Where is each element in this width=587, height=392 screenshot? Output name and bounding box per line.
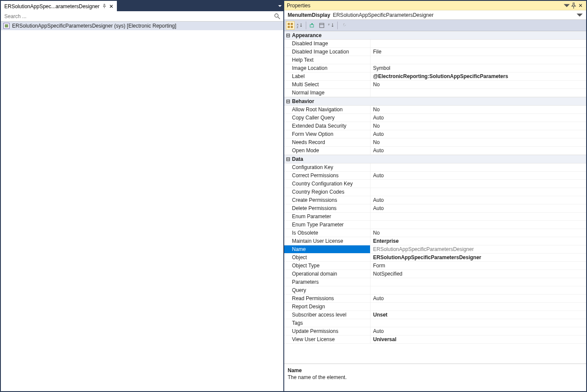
tree-root-item[interactable]: ERSolutionAppSpecificParametersDesigner … — [1, 22, 283, 30]
property-grid[interactable]: ⊟AppearanceDisabled ImageDisabled Image … — [284, 31, 586, 364]
property-value[interactable]: Universal — [370, 336, 586, 343]
property-value[interactable]: ERSolutionAppSpecificParametersDesigner — [370, 245, 586, 253]
property-row[interactable]: Delete PermissionsAuto — [284, 204, 586, 213]
property-row[interactable]: Country Region Codes — [284, 188, 586, 196]
category-header[interactable]: ⊟Appearance — [284, 31, 586, 40]
property-row[interactable]: Enum Parameter — [284, 213, 586, 221]
property-row[interactable]: Is ObsoleteNo — [284, 229, 586, 237]
property-row[interactable]: Copy Caller QueryAuto — [284, 114, 586, 122]
property-value[interactable]: File — [370, 48, 586, 56]
property-row[interactable]: Disabled Image — [284, 40, 586, 48]
property-row[interactable]: Create PermissionsAuto — [284, 196, 586, 204]
property-row[interactable]: Enum Type Parameter — [284, 221, 586, 229]
svg-rect-10 — [311, 23, 313, 25]
property-value[interactable]: Form — [370, 262, 586, 270]
property-value[interactable] — [370, 56, 586, 64]
category-header[interactable]: ⊟Behavior — [284, 97, 586, 106]
autohide-pin-icon[interactable] — [571, 3, 577, 9]
property-value[interactable] — [370, 213, 586, 220]
search-icon[interactable] — [274, 13, 281, 20]
property-value[interactable] — [370, 303, 586, 310]
category-header[interactable]: ⊟Data — [284, 155, 586, 163]
tab-designer[interactable]: ERSolutionAppSpec...arametersDesigner ✕ — [1, 1, 117, 11]
property-row[interactable]: Disabled Image LocationFile — [284, 48, 586, 56]
property-row[interactable]: Country Configuration Key — [284, 180, 586, 188]
events-button[interactable]: F — [327, 21, 336, 30]
property-value[interactable]: Unset — [370, 311, 586, 319]
property-row[interactable]: NameERSolutionAppSpecificParametersDesig… — [284, 245, 586, 254]
property-row[interactable]: Parameters — [284, 278, 586, 286]
close-properties-icon[interactable]: ✕ — [578, 3, 584, 9]
property-row[interactable]: Report Design — [284, 303, 586, 311]
property-row[interactable]: Normal Image — [284, 89, 586, 97]
property-value[interactable] — [370, 180, 586, 188]
wrench-button[interactable] — [339, 21, 348, 30]
property-row[interactable]: View User LicenseUniversal — [284, 336, 586, 344]
collapse-icon[interactable]: ⊟ — [284, 156, 292, 162]
property-value[interactable]: No — [370, 138, 586, 146]
pin-icon[interactable] — [102, 3, 107, 9]
property-value[interactable] — [370, 319, 586, 327]
property-name: Tags — [284, 319, 370, 327]
property-value[interactable]: Auto — [370, 295, 586, 302]
property-value[interactable] — [370, 163, 586, 171]
property-value[interactable]: ERSolutionAppSpecificParametersDesigner — [370, 254, 586, 261]
property-pages-button[interactable] — [317, 21, 326, 30]
property-value[interactable]: NotSpecified — [370, 270, 586, 278]
property-value[interactable] — [370, 40, 586, 47]
property-row[interactable]: Query — [284, 286, 586, 295]
property-row[interactable]: Extended Data SecurityNo — [284, 122, 586, 130]
property-row[interactable]: Open ModeAuto — [284, 147, 586, 155]
search-input[interactable] — [3, 13, 274, 20]
property-value[interactable]: Auto — [370, 114, 586, 122]
property-row[interactable]: Maintain User LicenseEnterprise — [284, 237, 586, 245]
object-tree[interactable]: ERSolutionAppSpecificParametersDesigner … — [1, 22, 283, 391]
property-value[interactable]: No — [370, 106, 586, 113]
collapse-icon[interactable]: ⊟ — [284, 32, 292, 38]
property-row[interactable]: Multi SelectNo — [284, 81, 586, 89]
property-value[interactable]: No — [370, 81, 586, 88]
property-row[interactable]: Subscriber access levelUnset — [284, 311, 586, 319]
property-row[interactable]: Tags — [284, 319, 586, 327]
property-row[interactable]: Help Text — [284, 56, 586, 64]
property-value[interactable]: @ElectronicReporting:SolutionAppSpecific… — [370, 72, 586, 80]
property-row[interactable]: ObjectERSolutionAppSpecificParametersDes… — [284, 254, 586, 262]
property-value[interactable]: Enterprise — [370, 237, 586, 245]
property-row[interactable]: Object TypeForm — [284, 262, 586, 270]
property-row[interactable]: Image LocationSymbol — [284, 64, 586, 72]
property-row[interactable]: Configuration Key — [284, 163, 586, 172]
property-value[interactable]: Auto — [370, 130, 586, 138]
close-icon[interactable]: ✕ — [109, 4, 113, 9]
property-value[interactable] — [370, 89, 586, 97]
property-value[interactable] — [370, 286, 586, 294]
property-row[interactable]: Correct PermissionsAuto — [284, 172, 586, 180]
property-value[interactable]: No — [370, 229, 586, 237]
property-value[interactable]: Symbol — [370, 64, 586, 72]
property-value[interactable]: Auto — [370, 327, 586, 335]
property-value[interactable] — [370, 188, 586, 196]
property-row[interactable]: Operational domainNotSpecified — [284, 270, 586, 278]
property-value[interactable]: Auto — [370, 196, 586, 204]
property-value[interactable]: No — [370, 122, 586, 130]
property-value[interactable]: Auto — [370, 172, 586, 179]
categorized-button[interactable] — [286, 21, 295, 30]
property-value[interactable]: Auto — [370, 204, 586, 212]
property-value[interactable] — [370, 221, 586, 229]
property-value[interactable] — [370, 278, 586, 286]
property-row[interactable]: Needs RecordNo — [284, 138, 586, 147]
tab-overflow-button[interactable] — [276, 1, 283, 11]
object-name-label: ERSolutionAppSpecificParametersDesigner — [333, 12, 433, 18]
search-bar — [1, 11, 283, 22]
property-row[interactable]: Form View OptionAuto — [284, 130, 586, 138]
window-dropdown-icon[interactable] — [564, 3, 570, 9]
object-dropdown-icon[interactable] — [577, 12, 583, 18]
property-row[interactable]: Allow Root NavigationNo — [284, 106, 586, 114]
property-row[interactable]: Label@ElectronicReporting:SolutionAppSpe… — [284, 72, 586, 81]
property-row[interactable]: Update PermissionsAuto — [284, 327, 586, 336]
extensions-button[interactable] — [308, 21, 317, 30]
property-row[interactable]: Read PermissionsAuto — [284, 295, 586, 303]
alphabetical-button[interactable]: AZ — [295, 21, 304, 30]
property-value[interactable]: Auto — [370, 147, 586, 154]
properties-object-header[interactable]: MenuItemDisplay ERSolutionAppSpecificPar… — [284, 10, 586, 20]
collapse-icon[interactable]: ⊟ — [284, 98, 292, 104]
